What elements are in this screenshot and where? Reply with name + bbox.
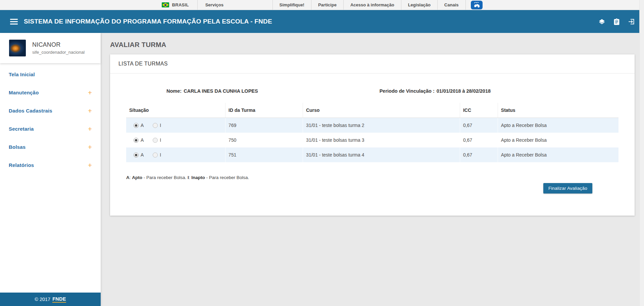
nome-field: Nome:CARLA INES DA CUNHA LOPES xyxy=(166,88,258,94)
cell-icc: 0,67 xyxy=(460,147,498,162)
cell-icc: 0,67 xyxy=(460,118,498,133)
col-header-status: Status xyxy=(498,103,618,118)
header-icons xyxy=(598,18,635,25)
copyright-text: © 2017 xyxy=(35,297,50,302)
gov-link-simplifique[interactable]: Simplifique! xyxy=(273,0,311,10)
legend-segment: Inapto xyxy=(191,175,205,180)
fnde-link[interactable]: FNDE xyxy=(52,296,66,303)
legend-segment: - Para receber Bolsa. xyxy=(142,175,188,180)
gov-link-canais[interactable]: Canais xyxy=(437,0,465,10)
cell-situacao: A I xyxy=(126,133,225,147)
gov-brand[interactable]: BRASIL xyxy=(172,2,189,7)
finalizar-avaliacao-button[interactable]: Finalizar Avaliação xyxy=(543,183,592,193)
sidebar-item-manutencao[interactable]: Manutenção + xyxy=(0,83,101,101)
app-title: SISTEMA DE INFORMAÇÃO DO PROGRAMA FORMAÇ… xyxy=(24,18,272,25)
user-info: NICANOR sife_coordenador_nacional xyxy=(32,41,85,55)
cell-status: Apto a Receber Bolsa xyxy=(498,118,618,133)
gov-links: Simplifique! Participe Acesso à informaç… xyxy=(273,0,483,10)
radio-inapto[interactable]: I xyxy=(153,123,161,128)
cell-status: Apto a Receber Bolsa xyxy=(498,133,618,147)
scrollbar[interactable] xyxy=(639,0,644,306)
cell-curso: 31/01 - teste bolsas turma 4 xyxy=(303,147,460,162)
sidebar: NICANOR sife_coordenador_nacional Tela I… xyxy=(0,33,101,306)
col-header-icc: ICC xyxy=(460,103,498,118)
radio-apto-icon[interactable] xyxy=(134,152,139,158)
col-header-curso: Curso xyxy=(303,103,460,118)
expand-plus-icon: + xyxy=(88,125,92,132)
sidebar-item-label: Manutenção xyxy=(9,90,39,95)
brazil-flag-icon xyxy=(162,2,169,7)
expand-plus-icon: + xyxy=(88,89,92,96)
radio-inapto-icon[interactable] xyxy=(153,152,158,158)
legend-segment: Apto xyxy=(132,175,142,180)
legend-segment: A xyxy=(126,175,130,180)
vlibras-accessibility-icon[interactable] xyxy=(465,0,483,10)
radio-inapto[interactable]: I xyxy=(153,152,161,158)
app-header: SISTEMA DE INFORMAÇÃO DO PROGRAMA FORMAÇ… xyxy=(0,10,644,33)
radio-apto[interactable]: A xyxy=(134,152,144,158)
cell-icc: 0,67 xyxy=(460,133,498,147)
sidebar-item-dados-cadastrais[interactable]: Dados Cadastrais + xyxy=(0,101,101,120)
radio-apto[interactable]: A xyxy=(134,137,144,143)
radio-apto-label: A xyxy=(141,123,144,128)
main-content: AVALIAR TURMA LISTA DE TURMAS Nome:CARLA… xyxy=(101,33,644,306)
cell-curso: 31/01 - teste bolsas turma 2 xyxy=(303,118,460,133)
sidebar-item-secretaria[interactable]: Secretaria + xyxy=(0,120,101,138)
periodo-field: Periodo de Vinculação :01/01/2018 à 28/0… xyxy=(380,88,491,94)
user-role: sife_coordenador_nacional xyxy=(32,50,85,55)
avatar xyxy=(9,40,26,56)
expand-plus-icon: + xyxy=(88,162,92,169)
col-header-situacao: Sítuação xyxy=(126,103,225,118)
sidebar-item-bolsas[interactable]: Bolsas + xyxy=(0,138,101,156)
user-card: NICANOR sife_coordenador_nacional xyxy=(0,33,101,63)
radio-apto-label: A xyxy=(141,137,144,143)
radio-inapto-label: I xyxy=(160,137,161,143)
radio-apto-icon[interactable] xyxy=(134,123,139,128)
sidebar-item-label: Secretaria xyxy=(9,126,34,132)
sidebar-item-tela-inicial[interactable]: Tela Inicial xyxy=(0,65,101,83)
bolsista-info-row: Nome:CARLA INES DA CUNHA LOPES Periodo d… xyxy=(110,88,635,94)
button-row: Finalizar Avaliação xyxy=(110,183,592,193)
layers-icon[interactable] xyxy=(598,18,605,25)
table-row: A I 751 31/01 - teste bolsas turma 4 0,6… xyxy=(126,147,618,162)
cell-id-turma: 769 xyxy=(225,118,303,133)
assignment-icon[interactable] xyxy=(613,18,620,25)
gov-link-legislacao[interactable]: Legislação xyxy=(401,0,437,10)
legend-text: A: Apto - Para receber Bolsa. I: Inapto … xyxy=(126,175,618,180)
cell-id-turma: 751 xyxy=(225,147,303,162)
radio-apto[interactable]: A xyxy=(134,123,144,128)
gov-link-acesso-informacao[interactable]: Acesso à informação xyxy=(343,0,401,10)
app-root: BRASIL Serviços Simplifique! Participe A… xyxy=(0,0,644,306)
nome-label: Nome: xyxy=(166,88,182,94)
turmas-panel: LISTA DE TURMAS Nome:CARLA INES DA CUNHA… xyxy=(110,54,635,216)
expand-plus-icon: + xyxy=(88,143,92,150)
menu-hamburger-icon[interactable] xyxy=(10,19,18,25)
sidebar-item-relatorios[interactable]: Relatórios + xyxy=(0,156,101,174)
sidebar-item-label: Relatórios xyxy=(9,162,34,168)
gov-bar-inner: BRASIL Serviços Simplifique! Participe A… xyxy=(162,0,483,10)
cell-curso: 31/01 - teste bolsas turma 3 xyxy=(303,133,460,147)
radio-inapto-label: I xyxy=(160,123,161,128)
radio-inapto[interactable]: I xyxy=(153,137,161,143)
radio-inapto-label: I xyxy=(160,152,161,158)
sidebar-item-label: Tela Inicial xyxy=(9,72,35,77)
periodo-value: 01/01/2018 à 28/02/2018 xyxy=(437,88,491,94)
legend-segment: - Para receber Bolsa. xyxy=(205,175,249,180)
gov-link-participe[interactable]: Participe xyxy=(311,0,343,10)
radio-inapto-icon[interactable] xyxy=(153,138,158,143)
radio-apto-label: A xyxy=(141,152,144,158)
user-name: NICANOR xyxy=(32,41,85,48)
gov-services-link[interactable]: Serviços xyxy=(198,2,224,7)
expand-plus-icon: + xyxy=(88,107,92,114)
sidebar-item-label: Dados Cadastrais xyxy=(9,108,52,114)
exit-icon[interactable] xyxy=(628,18,635,25)
sidebar-item-label: Bolsas xyxy=(9,144,26,150)
cell-status: Apto a Receber Bolsa xyxy=(498,147,618,162)
radio-apto-icon[interactable] xyxy=(134,138,139,143)
table-header-row: Sítuação ID da Turma Curso ICC Status xyxy=(126,103,618,118)
page-title: AVALIAR TURMA xyxy=(110,41,644,49)
radio-inapto-icon[interactable] xyxy=(153,123,158,128)
gov-bar: BRASIL Serviços Simplifique! Participe A… xyxy=(0,0,644,10)
cell-id-turma: 750 xyxy=(225,133,303,147)
cell-situacao: A I xyxy=(126,118,225,133)
